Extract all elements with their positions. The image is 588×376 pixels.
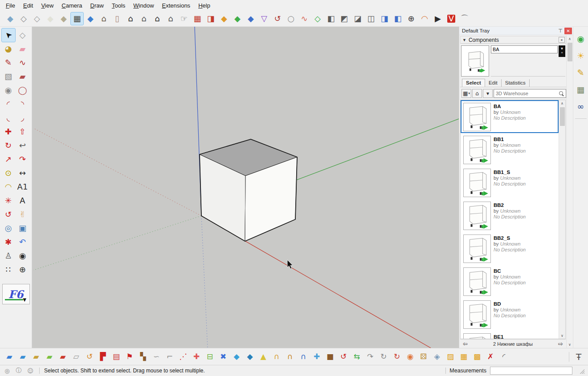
- hook-delete-icon[interactable]: ∩: [284, 351, 296, 363]
- view-left-icon[interactable]: ⌂: [151, 12, 163, 25]
- package-box-icon[interactable]: ▦: [574, 83, 588, 96]
- north-compass-icon[interactable]: ⊕: [405, 12, 417, 25]
- collapse-caret-icon[interactable]: ▼: [462, 38, 466, 42]
- model-shaded-cube-icon[interactable]: ◆: [4, 12, 16, 25]
- component-item-bc[interactable]: BC by Unknown No Description: [461, 265, 559, 298]
- tray-scrollbar-thumb[interactable]: [568, 43, 572, 61]
- next-collection-arrow[interactable]: ⇨: [554, 340, 563, 347]
- pie-tool[interactable]: ◞: [16, 111, 29, 125]
- components-close-button[interactable]: ×: [559, 37, 565, 43]
- select-hand-icon[interactable]: ☞: [178, 12, 190, 25]
- menu-view[interactable]: View: [37, 1, 57, 10]
- f6-dropdown-arrow[interactable]: ▼: [22, 296, 28, 303]
- dimension-tool[interactable]: ↔: [16, 166, 29, 180]
- menu-camera[interactable]: Camera: [57, 1, 86, 10]
- rotate-tool[interactable]: ↻: [2, 139, 15, 152]
- menu-window[interactable]: Window: [129, 1, 158, 10]
- link-rods-icon[interactable]: ∽: [150, 351, 163, 363]
- vray-logo-icon[interactable]: V: [445, 12, 457, 25]
- tray-scrollbar[interactable]: ∧ ∨: [566, 35, 573, 348]
- fredo-tool-blue-icon[interactable]: ◆: [245, 12, 257, 25]
- waterdrop-icon[interactable]: ◆: [230, 351, 243, 363]
- tile-green-icon[interactable]: ▰: [43, 351, 56, 363]
- fredo-tool-orange-icon[interactable]: ◆: [218, 12, 230, 25]
- wood-block-icon[interactable]: ▚: [137, 351, 149, 363]
- scrollbar-thumb[interactable]: [560, 107, 565, 126]
- blue-cross-icon[interactable]: ✖: [217, 351, 229, 363]
- menu-help[interactable]: Help: [194, 1, 214, 10]
- animation-clapper-icon[interactable]: ▶: [432, 12, 444, 25]
- leash-curve-icon[interactable]: ∿: [298, 12, 310, 25]
- crystal-icon[interactable]: ◇: [311, 12, 324, 25]
- scatter-x-icon[interactable]: ✗: [484, 351, 497, 363]
- f6-plugin-button[interactable]: F6 ▼: [2, 284, 30, 304]
- solid-trim-icon[interactable]: ◫: [365, 12, 377, 25]
- style-hidden-line-icon[interactable]: ◆: [44, 12, 57, 25]
- menu-edit[interactable]: Edit: [19, 1, 37, 10]
- tile-red-icon[interactable]: ▰: [57, 351, 69, 363]
- waterdrop-hash-icon[interactable]: ◆: [244, 351, 256, 363]
- scale-tool[interactable]: ↗: [2, 153, 15, 166]
- credits-icon[interactable]: ⓘ: [15, 367, 22, 374]
- menu-draw[interactable]: Draw: [86, 1, 108, 10]
- style-textured-icon[interactable]: ▦: [71, 12, 83, 25]
- zoom-window-tool[interactable]: ▣: [16, 222, 29, 235]
- zoom-tool[interactable]: ◎: [2, 222, 15, 235]
- viewport[interactable]: [32, 27, 459, 348]
- menu-tools[interactable]: Tools: [108, 1, 129, 10]
- component-attributes-icon[interactable]: ▦: [191, 12, 204, 25]
- component-options-icon[interactable]: ◨: [204, 12, 217, 25]
- red-cross-icon[interactable]: ✚: [190, 351, 203, 363]
- component-item-bb2[interactable]: BB2 by Unknown No Description: [461, 199, 559, 232]
- grid-dense-icon[interactable]: ▩: [471, 351, 483, 363]
- rectangle-tool[interactable]: ▧: [2, 70, 15, 83]
- grid-quad-icon[interactable]: ▦: [457, 351, 470, 363]
- import-cube-icon[interactable]: ↻: [377, 351, 390, 363]
- collections-dropdown-button[interactable]: ▾: [483, 89, 493, 98]
- lined-panel-icon[interactable]: ▤: [110, 351, 122, 363]
- curve-handle-icon[interactable]: ◜: [498, 351, 510, 363]
- dotted-curve-icon[interactable]: ⋰: [177, 351, 189, 363]
- user-icon[interactable]: ☺: [27, 367, 34, 374]
- pan-tool[interactable]: ✌: [16, 208, 29, 221]
- circle-tool[interactable]: ◉: [2, 84, 15, 97]
- orange-disc-icon[interactable]: ◉: [404, 351, 416, 363]
- component-item-bb1[interactable]: BB1 by Unknown No Description: [461, 133, 559, 166]
- zoom-extents-tool[interactable]: ✱: [2, 235, 15, 249]
- component-item-be1[interactable]: BE1 by Unknown No Description: [461, 331, 559, 339]
- view-options-button[interactable]: ▦ ▾: [461, 89, 471, 98]
- view-front-icon[interactable]: ⌂: [124, 12, 137, 25]
- components-list-scrollbar[interactable]: ∧ ∨: [559, 100, 565, 339]
- look-around-tool[interactable]: ◉: [16, 249, 29, 263]
- fredo-tool-undo-icon[interactable]: ↺: [271, 12, 284, 25]
- walk-tool[interactable]: ∷: [2, 263, 15, 276]
- tab-statistics[interactable]: Statistics: [502, 79, 530, 87]
- hook-segment-icon[interactable]: ∩: [297, 351, 310, 363]
- paint-bucket-tool[interactable]: ◕: [2, 42, 15, 56]
- component-item-bb1s[interactable]: BB1_S by Unknown No Description: [461, 166, 559, 199]
- tile-blue-icon[interactable]: ▰: [16, 351, 29, 363]
- 3d-text-tool[interactable]: A: [16, 194, 29, 207]
- component-description-area[interactable]: [491, 59, 565, 77]
- protractor-tool[interactable]: ◠: [2, 180, 15, 194]
- mirror-triangle-icon[interactable]: ▲: [257, 351, 270, 363]
- green-split-icon[interactable]: ⊟: [204, 351, 216, 363]
- component-item-bb2s[interactable]: BB2_S by Unknown No Description: [461, 232, 559, 265]
- rotate-cube-icon[interactable]: ↻: [391, 351, 403, 363]
- binoculars-icon[interactable]: ∞: [574, 100, 588, 113]
- component-item-bd[interactable]: BD by Unknown No Description: [461, 298, 559, 331]
- solid-split-icon[interactable]: ◧: [392, 12, 404, 25]
- lss-power-icon[interactable]: ◉: [574, 32, 588, 45]
- components-section-header[interactable]: ▼ Components ×: [460, 36, 566, 44]
- pin-icon[interactable]: ⊤: [556, 28, 564, 34]
- swirl-icon[interactable]: ↺: [83, 351, 96, 363]
- solid-intersect-icon[interactable]: ◨: [378, 12, 391, 25]
- fredo-tool-green-icon[interactable]: ◆: [231, 12, 244, 25]
- tray-scroll-down-icon[interactable]: ∨: [567, 341, 573, 348]
- grid-diagonal-icon[interactable]: ▨: [444, 351, 457, 363]
- offset-tool[interactable]: ↷: [16, 153, 29, 166]
- tab-select[interactable]: Select: [462, 79, 485, 87]
- solid-union-icon[interactable]: ◩: [338, 12, 351, 25]
- tile-white-icon[interactable]: ▱: [70, 351, 82, 363]
- cube[interactable]: [200, 139, 297, 241]
